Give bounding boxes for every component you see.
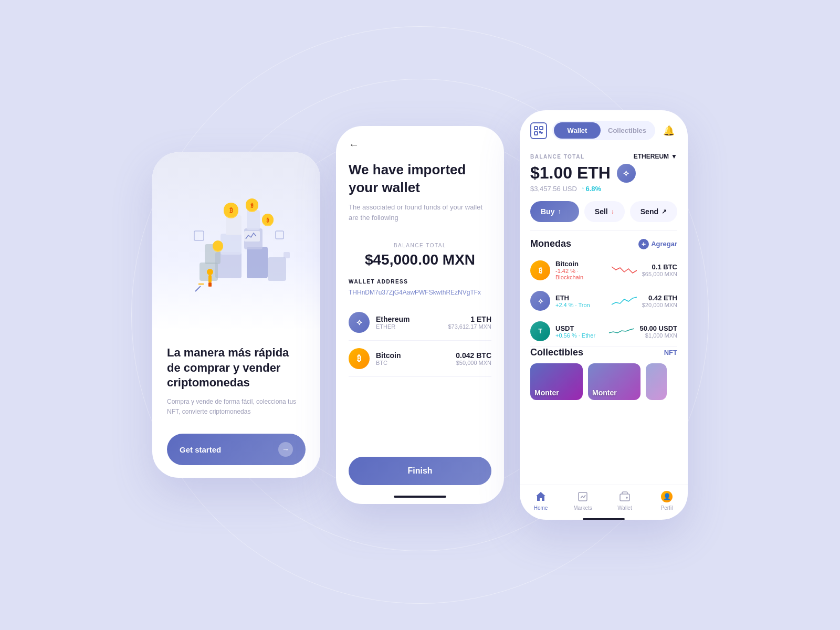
action-buttons: Buy ↑ Sell ↓ Send ↗ bbox=[520, 201, 688, 230]
svg-point-19 bbox=[213, 240, 223, 251]
phones-container: ₿ ₿ ₿ bbox=[152, 110, 688, 520]
up-arrow-icon: ↑ bbox=[581, 185, 585, 193]
usdt-row-info: USDT +0.56 % · Ether bbox=[555, 324, 603, 339]
import-coin-list: ⟡ Ethereum ETHER 1 ETH $73,612.17 MXN ₿ … bbox=[336, 304, 504, 446]
dashboard-header: Wallet Collectibles 🔔 bbox=[520, 110, 688, 149]
wallet-balance-section: BALANCE TOTAL ETHEREUM ▼ $1.00 ETH ⟡ $3,… bbox=[520, 149, 688, 201]
network-name: ETHEREUM bbox=[634, 153, 669, 160]
svg-rect-27 bbox=[210, 282, 212, 287]
btc-row-change: -1.42 % · Blockchain bbox=[555, 268, 605, 280]
agregar-label: Agregar bbox=[651, 240, 677, 248]
svg-rect-4 bbox=[220, 234, 242, 255]
nft-card-3[interactable] bbox=[646, 363, 667, 400]
phone-1-onboarding: ₿ ₿ ₿ bbox=[152, 152, 320, 478]
collectibles-title: Collectibles bbox=[530, 347, 583, 358]
collectibles-tab[interactable]: Collectibles bbox=[601, 122, 654, 139]
notification-icon[interactable]: 🔔 bbox=[660, 122, 677, 139]
eth-ticker: ETHER bbox=[376, 323, 410, 330]
eth-amount-value: 1 ETH bbox=[448, 315, 491, 323]
svg-rect-20 bbox=[194, 231, 204, 240]
import-subtitle: The associated or found funds of your wa… bbox=[349, 202, 491, 224]
home-nav-label: Home bbox=[534, 505, 548, 511]
perfil-nav-icon: 👤 bbox=[660, 490, 673, 503]
nav-perfil[interactable]: 👤 Perfil bbox=[646, 490, 688, 511]
eth-amount: 1 ETH $73,612.17 MXN bbox=[448, 315, 491, 330]
add-circle-icon: + bbox=[638, 239, 649, 249]
eth-main-amount: $1.00 ETH ⟡ bbox=[530, 163, 677, 183]
usd-amount: $3,457.56 USD bbox=[530, 185, 577, 193]
sell-arrow-icon: ↓ bbox=[611, 208, 614, 215]
add-button[interactable]: + Agregar bbox=[638, 239, 677, 249]
sell-label: Sell bbox=[595, 207, 608, 216]
change-pct: 6.8% bbox=[585, 185, 601, 193]
onboarding-title: La manera más rápida de comprar y vender… bbox=[167, 345, 306, 391]
eth-row[interactable]: ⟡ ETH +2.4 % · Tron 0.42 ETH $20,000 MXN bbox=[520, 286, 688, 316]
phone-3-dashboard: Wallet Collectibles 🔔 BALANCE TOTAL ETHE… bbox=[520, 110, 688, 520]
svg-point-24 bbox=[207, 269, 213, 275]
coin-left-btc: ₿ Bitcoin BTC bbox=[349, 348, 401, 369]
scan-icon[interactable] bbox=[530, 122, 547, 139]
sell-button[interactable]: Sell ↓ bbox=[584, 201, 625, 222]
eth-row-name: ETH bbox=[555, 294, 605, 302]
collectibles-header: Collectibles NFT bbox=[530, 347, 677, 358]
onboarding-subtitle: Compra y vende de forma fácil, coleccion… bbox=[167, 397, 306, 417]
balance-header: BALANCE TOTAL ETHEREUM ▼ bbox=[530, 153, 677, 160]
collectibles-section: Collectibles NFT Monter Monter bbox=[520, 347, 688, 405]
arrow-right-icon: → bbox=[278, 442, 293, 457]
nav-markets[interactable]: Markets bbox=[562, 490, 604, 511]
eth-row-info: ETH +2.4 % · Tron bbox=[555, 294, 605, 308]
balance-amount: $45,000.00 MXN bbox=[346, 251, 494, 268]
svg-rect-3 bbox=[268, 257, 286, 281]
network-selector[interactable]: ETHEREUM ▼ bbox=[634, 153, 677, 160]
usdt-row[interactable]: T USDT +0.56 % · Ether 50.00 USDT $1,000… bbox=[520, 316, 688, 346]
send-arrow-icon: ↗ bbox=[662, 208, 667, 215]
ethereum-logo: ⟡ bbox=[617, 164, 636, 183]
eth-row-change: +2.4 % · Tron bbox=[555, 302, 605, 308]
btc-row-amount: 0.1 BTC $65,000 MXN bbox=[642, 263, 677, 277]
nft-card-2[interactable]: Monter bbox=[588, 363, 640, 400]
hero-illustration: ₿ ₿ ₿ bbox=[152, 152, 320, 331]
btc-amount: 0.042 BTC $50,000 MXN bbox=[456, 351, 491, 366]
nav-wallet[interactable]: Wallet bbox=[604, 490, 646, 511]
wallet-tab[interactable]: Wallet bbox=[554, 122, 601, 139]
buy-arrow-icon: ↑ bbox=[558, 208, 561, 215]
nft-cards: Monter Monter bbox=[530, 363, 677, 400]
svg-rect-31 bbox=[540, 127, 543, 130]
eth-mini-chart bbox=[611, 293, 637, 309]
buy-button[interactable]: Buy ↑ bbox=[530, 201, 579, 222]
btc-name: Bitcoin bbox=[376, 351, 401, 360]
phone-2-import: ← We have imported your wallet The assoc… bbox=[336, 126, 504, 504]
balance-total-label: BALANCE TOTAL bbox=[530, 154, 585, 160]
finish-button[interactable]: Finish bbox=[349, 457, 491, 485]
isometric-illustration: ₿ ₿ ₿ bbox=[163, 168, 310, 315]
tab-group: Wallet Collectibles bbox=[552, 121, 655, 140]
wallet-address-value: THHnDM7u37ZjG4AawPWFSkwthREzNVgTFx bbox=[349, 289, 491, 296]
btc-amount-fiat: $50,000 MXN bbox=[456, 360, 491, 366]
eth-amount-fiat: $73,612.17 MXN bbox=[448, 323, 491, 330]
eth-icon: ⟡ bbox=[349, 312, 370, 333]
bitcoin-row[interactable]: ₿ Bitcoin -1.42 % · Blockchain 0.1 BTC $… bbox=[520, 255, 688, 286]
send-button[interactable]: Send ↗ bbox=[630, 201, 677, 222]
nft-card-1[interactable]: Monter bbox=[530, 363, 583, 400]
get-started-label: Get started bbox=[180, 445, 221, 454]
send-label: Send bbox=[640, 207, 658, 216]
markets-nav-label: Markets bbox=[573, 505, 592, 511]
svg-rect-26 bbox=[208, 282, 210, 287]
nav-home[interactable]: Home bbox=[520, 490, 562, 511]
nft-label[interactable]: NFT bbox=[664, 349, 677, 356]
phone-2-header: ← We have imported your wallet The assoc… bbox=[336, 126, 504, 232]
bottom-nav: Home Markets Wallet 👤 Perfil bbox=[520, 485, 688, 515]
btc-row-name: Bitcoin bbox=[555, 260, 605, 268]
get-started-button[interactable]: Get started → bbox=[167, 434, 306, 465]
nft-card-1-title: Monter bbox=[534, 388, 559, 397]
usdt-row-amount: 50.00 USDT $1,000 MXN bbox=[639, 324, 677, 339]
phone-1-content: La manera más rápida de comprar y vender… bbox=[152, 331, 320, 478]
back-button[interactable]: ← bbox=[349, 139, 359, 151]
btc-ticker: BTC bbox=[376, 360, 401, 366]
monedas-title: Monedas bbox=[530, 238, 571, 249]
coin-item-eth: ⟡ Ethereum ETHER 1 ETH $73,612.17 MXN bbox=[349, 304, 491, 341]
import-balance-section: BALANCE TOTAL $45,000.00 MXN bbox=[336, 232, 504, 279]
svg-text:₿: ₿ bbox=[229, 207, 233, 214]
coin-item-btc: ₿ Bitcoin BTC 0.042 BTC $50,000 MXN bbox=[349, 341, 491, 377]
btc-amount-value: 0.042 BTC bbox=[456, 351, 491, 360]
